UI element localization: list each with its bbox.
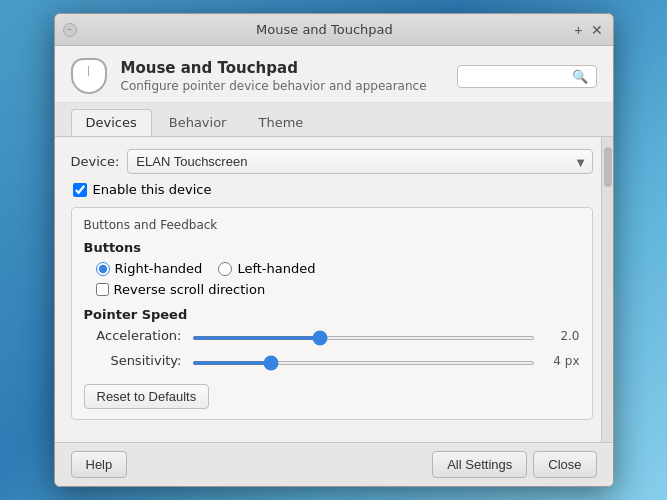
header-subtitle: Configure pointer device behavior and ap… xyxy=(121,79,427,93)
sensitivity-row: Sensitivity: 4 px xyxy=(84,353,580,368)
sensitivity-label: Sensitivity: xyxy=(92,353,182,368)
acceleration-slider[interactable] xyxy=(192,336,535,340)
footer-right: All Settings Close xyxy=(432,451,596,478)
sensitivity-slider[interactable] xyxy=(192,361,535,365)
tab-theme[interactable]: Theme xyxy=(243,109,318,136)
minimize-button[interactable]: – xyxy=(63,23,77,37)
tabs-bar: Devices Behavior Theme xyxy=(55,103,613,137)
header-left: Mouse and Touchpad Configure pointer dev… xyxy=(71,58,427,94)
search-icon: 🔍 xyxy=(572,69,588,84)
enable-checkbox[interactable] xyxy=(73,183,87,197)
maximize-button[interactable]: + xyxy=(572,23,584,37)
left-handed-radio[interactable] xyxy=(218,262,232,276)
acceleration-row: Acceleration: 2.0 xyxy=(84,328,580,343)
header-text: Mouse and Touchpad Configure pointer dev… xyxy=(121,59,427,93)
pointer-speed-section: Pointer Speed Acceleration: 2.0 Sensitiv… xyxy=(84,307,580,368)
titlebar: – Mouse and Touchpad + ✕ xyxy=(55,14,613,46)
tab-behavior[interactable]: Behavior xyxy=(154,109,242,136)
search-input[interactable] xyxy=(466,69,568,83)
header: Mouse and Touchpad Configure pointer dev… xyxy=(55,46,613,103)
acceleration-slider-wrapper xyxy=(192,328,535,343)
right-handed-radio[interactable] xyxy=(96,262,110,276)
device-row: Device: ELAN Touchscreen ▼ xyxy=(71,149,593,174)
reverse-scroll-row: Reverse scroll direction xyxy=(84,282,580,297)
window-title: Mouse and Touchpad xyxy=(77,22,573,37)
device-select-wrapper: ELAN Touchscreen ▼ xyxy=(127,149,592,174)
handedness-row: Right-handed Left-handed xyxy=(84,261,580,276)
right-handed-label: Right-handed xyxy=(115,261,203,276)
close-window-button[interactable]: ✕ xyxy=(589,23,605,37)
buttons-section-title: Buttons xyxy=(84,240,580,255)
main-content: Device: ELAN Touchscreen ▼ Enable this d… xyxy=(71,149,593,430)
left-handed-option[interactable]: Left-handed xyxy=(218,261,315,276)
mouse-icon xyxy=(71,58,107,94)
acceleration-value: 2.0 xyxy=(545,329,580,343)
sensitivity-value: 4 px xyxy=(545,354,580,368)
device-select[interactable]: ELAN Touchscreen xyxy=(127,149,592,174)
acceleration-label: Acceleration: xyxy=(92,328,182,343)
content-area: Device: ELAN Touchscreen ▼ Enable this d… xyxy=(55,137,613,442)
tab-devices[interactable]: Devices xyxy=(71,109,152,136)
footer-left: Help xyxy=(71,451,128,478)
all-settings-button[interactable]: All Settings xyxy=(432,451,527,478)
sensitivity-slider-wrapper xyxy=(192,353,535,368)
reverse-scroll-checkbox[interactable] xyxy=(96,283,109,296)
enable-checkbox-label: Enable this device xyxy=(93,182,212,197)
footer: Help All Settings Close xyxy=(55,442,613,486)
header-title: Mouse and Touchpad xyxy=(121,59,427,77)
reverse-scroll-label: Reverse scroll direction xyxy=(114,282,266,297)
right-handed-option[interactable]: Right-handed xyxy=(96,261,203,276)
reset-defaults-button[interactable]: Reset to Defaults xyxy=(84,384,210,409)
left-handed-label: Left-handed xyxy=(237,261,315,276)
buttons-feedback-title: Buttons and Feedback xyxy=(84,218,580,232)
scrollbar-thumb[interactable] xyxy=(604,147,612,187)
close-button[interactable]: Close xyxy=(533,451,596,478)
titlebar-left: – xyxy=(63,23,77,37)
buttons-feedback-section: Buttons and Feedback Buttons Right-hande… xyxy=(71,207,593,420)
scrollbar[interactable] xyxy=(601,137,613,442)
search-box[interactable]: 🔍 xyxy=(457,65,597,88)
pointer-speed-title: Pointer Speed xyxy=(84,307,580,322)
enable-checkbox-row: Enable this device xyxy=(71,182,593,197)
main-window: – Mouse and Touchpad + ✕ Mouse and Touch… xyxy=(54,13,614,487)
titlebar-controls: + ✕ xyxy=(572,23,604,37)
help-button[interactable]: Help xyxy=(71,451,128,478)
device-label: Device: xyxy=(71,154,120,169)
